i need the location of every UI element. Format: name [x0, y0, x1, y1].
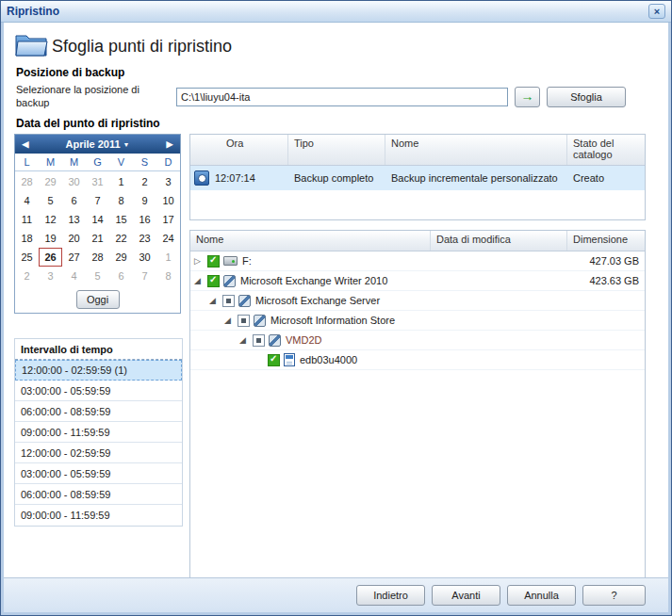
calendar-day[interactable]: 1	[109, 172, 133, 191]
calendar-month-label[interactable]: Aprile 2011▼	[36, 138, 159, 150]
time-range-item[interactable]: 03:00:00 - 05:59:59	[15, 381, 182, 401]
calendar-day[interactable]: 25	[15, 248, 39, 267]
calendar-day[interactable]: 17	[156, 210, 180, 229]
calendar-grid: 28 29 30 31 1 2 3 4 5 6 7 8 9 10 11 12 1…	[15, 171, 180, 286]
calendar-day[interactable]: 5	[39, 191, 62, 210]
expander-collapsed-icon[interactable]: ▷	[194, 256, 206, 266]
calendar-day-selected[interactable]: 26	[39, 248, 62, 267]
tree-row-vmd2d[interactable]: ◢ VMD2D	[190, 331, 645, 350]
tree-node-label: VMD2D	[286, 334, 322, 346]
exchange-writer-icon	[223, 275, 236, 287]
tree-row-edb-database[interactable]: edb03u4000	[190, 350, 645, 370]
tree-node-size: 427.03 GB	[589, 255, 639, 267]
calendar-day[interactable]: 27	[62, 248, 86, 267]
drive-icon	[223, 256, 238, 266]
calendar-day[interactable]: 24	[156, 229, 180, 248]
day-name: G	[86, 154, 109, 170]
column-header-data-modifica: Data di modifica	[431, 231, 567, 251]
tree-row-volume-f[interactable]: ▷ F: 427.03 GB	[190, 251, 645, 271]
calendar-day[interactable]: 14	[86, 210, 109, 229]
expander-expanded-icon[interactable]: ◢	[239, 335, 252, 345]
calendar-day[interactable]: 9	[133, 191, 156, 210]
expander-expanded-icon[interactable]: ◢	[224, 316, 237, 325]
calendar-day[interactable]: 16	[133, 210, 156, 229]
calendar-day-names: L M M G V S D	[15, 154, 180, 171]
calendar-day[interactable]: 2	[15, 267, 39, 285]
calendar-footer: Oggi	[15, 286, 180, 313]
calendar-day[interactable]: 28	[15, 172, 39, 191]
calendar-day[interactable]: 8	[156, 267, 180, 285]
checkbox-checked[interactable]	[268, 354, 280, 366]
calendar-day[interactable]: 30	[133, 248, 156, 267]
cancel-button[interactable]: Annulla	[507, 585, 576, 606]
calendar-day[interactable]: 7	[133, 267, 156, 285]
calendar-day[interactable]: 7	[86, 191, 109, 210]
browse-button[interactable]: Sfoglia	[547, 87, 626, 107]
backup-point-row[interactable]: 12:07:14 Backup completo Backup incremen…	[190, 166, 645, 190]
calendar-day[interactable]: 22	[109, 229, 133, 248]
calendar-day[interactable]: 2	[133, 172, 156, 191]
time-range-item[interactable]: 12:00:00 - 02:59:59	[15, 443, 182, 463]
calendar-day[interactable]: 28	[86, 248, 109, 267]
column-header-tipo: Tipo	[288, 135, 385, 165]
calendar-day[interactable]: 4	[62, 267, 86, 285]
calendar-day[interactable]: 12	[39, 210, 62, 229]
next-button[interactable]: Avanti	[432, 585, 500, 606]
checkbox-checked[interactable]	[207, 275, 220, 287]
time-range-item[interactable]: 06:00:00 - 08:59:59	[15, 401, 182, 422]
time-range-item[interactable]: 03:00:00 - 05:59:59	[15, 463, 182, 484]
calendar-day[interactable]: 30	[62, 172, 86, 191]
day-name: S	[133, 154, 156, 170]
calendar-day[interactable]: 13	[62, 210, 86, 229]
expander-expanded-icon[interactable]: ◢	[209, 296, 221, 305]
calendar-day[interactable]: 29	[109, 248, 133, 267]
tree-row-information-store[interactable]: ◢ Microsoft Information Store	[190, 311, 645, 331]
calendar-day[interactable]: 19	[39, 229, 62, 248]
browse-restore-points-icon	[14, 29, 50, 58]
time-range-item[interactable]: 09:00:00 - 11:59:59	[15, 422, 182, 443]
day-name: M	[62, 154, 86, 170]
day-name: V	[109, 154, 133, 170]
calendar-day[interactable]: 3	[156, 172, 180, 191]
restore-dialog: Ripristino × Sfoglia punti di ripristino…	[0, 0, 672, 616]
calendar-day[interactable]: 1	[156, 248, 180, 267]
calendar-day[interactable]: 5	[86, 267, 109, 285]
calendar-day[interactable]: 18	[15, 229, 39, 248]
calendar-day[interactable]: 8	[109, 191, 133, 210]
calendar-day[interactable]: 29	[39, 172, 62, 191]
checkbox-partial[interactable]	[222, 295, 235, 307]
calendar-prev-icon[interactable]: ◀	[15, 139, 36, 149]
back-button[interactable]: Indietro	[356, 585, 425, 606]
calendar-next-icon[interactable]: ▶	[159, 139, 180, 149]
help-button[interactable]: ?	[582, 585, 646, 606]
store-icon	[254, 315, 266, 327]
today-button[interactable]: Oggi	[76, 290, 120, 309]
checkbox-partial[interactable]	[238, 315, 250, 327]
calendar-day[interactable]: 20	[62, 229, 86, 248]
calendar-day[interactable]: 4	[15, 191, 39, 210]
close-icon[interactable]: ×	[648, 4, 665, 19]
calendar-day[interactable]: 23	[133, 229, 156, 248]
tree-row-exchange-writer[interactable]: ◢ Microsoft Exchange Writer 2010 423.63 …	[190, 271, 645, 291]
calendar-day[interactable]: 21	[86, 229, 109, 248]
content-tree-table: Nome Data di modifica Dimensione ▷ F: 42…	[189, 230, 646, 579]
calendar-day[interactable]: 10	[156, 191, 180, 210]
calendar-day[interactable]: 11	[15, 210, 39, 229]
tree-node-label: edb03u4000	[300, 354, 357, 365]
tree-row-exchange-server[interactable]: ◢ Microsoft Exchange Server	[190, 291, 645, 311]
checkbox-partial[interactable]	[253, 334, 265, 347]
time-range-item[interactable]: 06:00:00 - 08:59:59	[15, 484, 182, 505]
calendar-day[interactable]: 31	[86, 172, 109, 191]
go-button[interactable]: →	[515, 87, 540, 107]
expander-expanded-icon[interactable]: ◢	[194, 276, 206, 285]
calendar-day[interactable]: 6	[62, 191, 86, 210]
calendar-day[interactable]: 15	[109, 210, 133, 229]
calendar-day[interactable]: 3	[39, 267, 62, 285]
backup-location-input[interactable]	[176, 88, 508, 106]
calendar-day[interactable]: 6	[109, 267, 133, 285]
time-range-item-selected[interactable]: 12:00:00 - 02:59:59 (1)	[15, 360, 182, 381]
checkbox-checked[interactable]	[207, 255, 220, 267]
backup-point-name: Backup incrementale personalizzato	[385, 172, 567, 184]
time-range-item[interactable]: 09:00:00 - 11:59:59	[15, 505, 182, 526]
storage-group-icon	[269, 334, 281, 347]
